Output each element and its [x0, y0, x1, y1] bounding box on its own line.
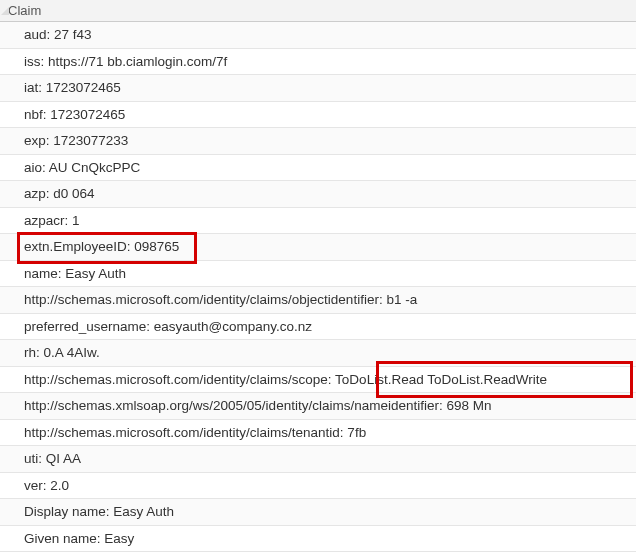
claim-text: Display name: Easy Auth — [24, 504, 174, 519]
claim-row[interactable]: Display name: Easy Auth — [0, 499, 636, 526]
claim-text: iss: https://71 bb.ciamlogin.com/7f — [24, 54, 227, 69]
claim-text: rh: 0.A 4AIw. — [24, 345, 100, 360]
claim-text: uti: QI AA — [24, 451, 81, 466]
claim-text: iat: 1723072465 — [24, 80, 121, 95]
claim-text: preferred_username: easyauth@company.co.… — [24, 319, 312, 334]
claim-row[interactable]: extn.EmployeeID: 098765 — [0, 234, 636, 261]
claim-row[interactable]: exp: 1723077233 — [0, 128, 636, 155]
claim-text: http://schemas.xmlsoap.org/ws/2005/05/id… — [24, 398, 491, 413]
claims-table: Claim aud: 27 f43iss: https://71 bb.ciam… — [0, 0, 636, 552]
claim-row[interactable]: http://schemas.microsoft.com/identity/cl… — [0, 420, 636, 447]
claim-text: azp: d0 064 — [24, 186, 95, 201]
claim-row[interactable]: http://schemas.microsoft.com/identity/cl… — [0, 367, 636, 394]
claim-text: nbf: 1723072465 — [24, 107, 125, 122]
claim-row[interactable]: http://schemas.microsoft.com/identity/cl… — [0, 287, 636, 314]
header-label: Claim — [8, 3, 41, 18]
claim-row[interactable]: preferred_username: easyauth@company.co.… — [0, 314, 636, 341]
claim-row[interactable]: azp: d0 064 — [0, 181, 636, 208]
claim-text: ver: 2.0 — [24, 478, 69, 493]
claim-row[interactable]: azpacr: 1 — [0, 208, 636, 235]
triangle-corner — [1, 7, 9, 15]
column-header[interactable]: Claim — [0, 0, 636, 22]
claim-row[interactable]: nbf: 1723072465 — [0, 102, 636, 129]
claim-text: aud: 27 f43 — [24, 27, 92, 42]
claim-row[interactable]: uti: QI AA — [0, 446, 636, 473]
claim-row[interactable]: iss: https://71 bb.ciamlogin.com/7f — [0, 49, 636, 76]
claim-text: extn.EmployeeID: 098765 — [24, 239, 179, 254]
claim-row[interactable]: http://schemas.xmlsoap.org/ws/2005/05/id… — [0, 393, 636, 420]
claim-row[interactable]: Given name: Easy — [0, 526, 636, 553]
claim-row[interactable]: iat: 1723072465 — [0, 75, 636, 102]
claim-text: aio: AU CnQkcPPC — [24, 160, 140, 175]
claim-row[interactable]: aio: AU CnQkcPPC — [0, 155, 636, 182]
claim-text: Given name: Easy — [24, 531, 134, 546]
claim-text: http://schemas.microsoft.com/identity/cl… — [24, 372, 547, 387]
claim-text: http://schemas.microsoft.com/identity/cl… — [24, 292, 417, 307]
claim-text: exp: 1723077233 — [24, 133, 128, 148]
claim-row[interactable]: ver: 2.0 — [0, 473, 636, 500]
claim-text: http://schemas.microsoft.com/identity/cl… — [24, 425, 366, 440]
claim-row[interactable]: name: Easy Auth — [0, 261, 636, 288]
claim-text: name: Easy Auth — [24, 266, 126, 281]
claim-text: azpacr: 1 — [24, 213, 80, 228]
claim-row[interactable]: rh: 0.A 4AIw. — [0, 340, 636, 367]
claim-row[interactable]: aud: 27 f43 — [0, 22, 636, 49]
